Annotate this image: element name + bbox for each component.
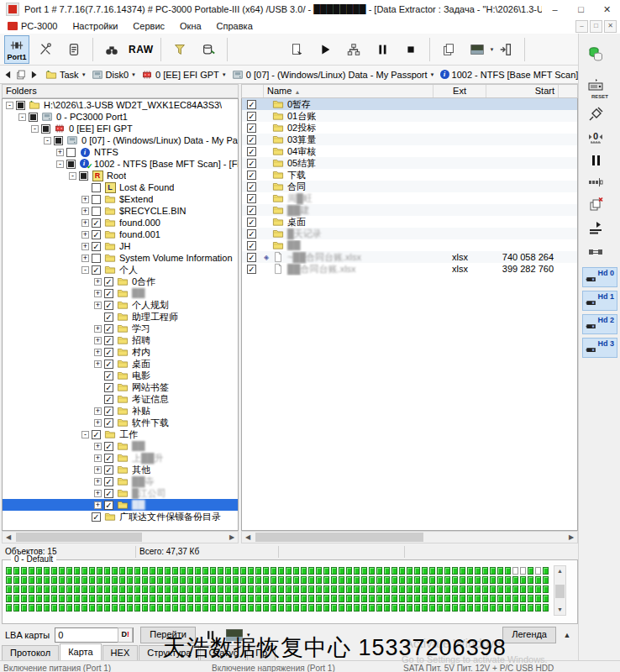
- map-block[interactable]: [59, 604, 65, 612]
- scroll-right-icon[interactable]: ▶: [226, 532, 238, 543]
- map-block[interactable]: [505, 585, 511, 593]
- map-block[interactable]: [429, 585, 435, 593]
- map-block[interactable]: [316, 585, 322, 593]
- tree-item[interactable]: ✓助理工程师: [3, 311, 238, 323]
- map-block[interactable]: [407, 567, 412, 575]
- map-block[interactable]: [119, 567, 125, 575]
- map-block[interactable]: [407, 585, 412, 593]
- filter-button[interactable]: [167, 35, 192, 64]
- map-block[interactable]: [475, 576, 481, 584]
- map-block[interactable]: [127, 576, 133, 584]
- map-block[interactable]: [112, 604, 118, 612]
- map-block[interactable]: [331, 595, 337, 602]
- tree-checkbox[interactable]: [16, 101, 25, 110]
- map-block[interactable]: [460, 585, 465, 593]
- map-block[interactable]: [97, 576, 102, 584]
- map-block[interactable]: [369, 567, 375, 575]
- map-block[interactable]: [460, 604, 465, 612]
- map-block[interactable]: [512, 595, 518, 602]
- map-block[interactable]: [248, 595, 254, 602]
- tree-checkbox[interactable]: ✓: [104, 477, 113, 486]
- map-block[interactable]: [467, 604, 473, 612]
- map-block[interactable]: [13, 595, 19, 602]
- tab-hex[interactable]: HEX: [102, 645, 139, 660]
- map-block[interactable]: [187, 567, 193, 575]
- map-block[interactable]: [263, 604, 269, 612]
- map-block[interactable]: [180, 604, 186, 612]
- map-block[interactable]: [165, 567, 171, 575]
- map-block[interactable]: [467, 567, 473, 575]
- map-block[interactable]: [172, 567, 178, 575]
- pause-button[interactable]: [370, 35, 395, 64]
- map-block[interactable]: [301, 567, 307, 575]
- map-block[interactable]: [150, 604, 155, 612]
- file-checkbox[interactable]: ✓: [247, 229, 256, 239]
- map-block[interactable]: [293, 604, 299, 612]
- map-block[interactable]: [13, 604, 19, 612]
- hd2-button[interactable]: Hd 2: [582, 314, 617, 334]
- column-start[interactable]: Start: [486, 85, 559, 97]
- map-block[interactable]: [520, 576, 526, 584]
- map-vscrollbar[interactable]: ▲ ▼: [554, 565, 566, 616]
- mdi-close-button[interactable]: ✕: [604, 20, 617, 33]
- map-block[interactable]: [36, 604, 42, 612]
- map-block[interactable]: [384, 585, 390, 593]
- tree-item[interactable]: ✓考证信息: [3, 393, 238, 405]
- map-block[interactable]: [339, 567, 344, 575]
- pause-side-button[interactable]: [587, 152, 612, 169]
- tree-expander[interactable]: +: [56, 149, 64, 156]
- map-block[interactable]: [293, 585, 299, 593]
- map-block[interactable]: [437, 585, 443, 593]
- map-block[interactable]: [323, 576, 329, 584]
- tree-expander[interactable]: +: [81, 196, 89, 203]
- file-row[interactable]: ✓04审核: [242, 145, 577, 157]
- tree-checkbox[interactable]: ✓: [104, 348, 113, 357]
- file-checkbox[interactable]: ✓: [247, 265, 256, 274]
- map-block[interactable]: [157, 576, 163, 584]
- map-block[interactable]: [429, 595, 435, 602]
- map-block[interactable]: [271, 576, 276, 584]
- map-block[interactable]: [233, 567, 239, 575]
- map-block[interactable]: [497, 567, 503, 575]
- map-block[interactable]: [278, 567, 284, 575]
- map-block[interactable]: [354, 576, 360, 584]
- map-block[interactable]: [165, 576, 171, 584]
- map-block[interactable]: [142, 595, 148, 602]
- map-block[interactable]: [497, 576, 503, 584]
- map-block[interactable]: [36, 595, 42, 602]
- legend-button[interactable]: Легенда: [502, 627, 556, 643]
- tree-checkbox[interactable]: ✓: [104, 489, 113, 498]
- map-block[interactable]: [97, 595, 102, 602]
- map-block[interactable]: [225, 595, 231, 602]
- map-block[interactable]: [6, 576, 12, 584]
- map-block[interactable]: [278, 595, 284, 602]
- map-block[interactable]: [59, 595, 65, 602]
- tree-expander[interactable]: +: [94, 337, 102, 344]
- tree-expander[interactable]: +: [94, 407, 102, 415]
- breadcrumb-segment-1[interactable]: Disk0▼: [92, 69, 136, 81]
- map-block[interactable]: [543, 576, 549, 584]
- map-block[interactable]: [134, 604, 140, 612]
- tree-expander[interactable]: +: [81, 243, 89, 250]
- map-block[interactable]: [225, 604, 231, 612]
- map-block[interactable]: [21, 585, 27, 593]
- map-block[interactable]: [165, 585, 171, 593]
- map-block[interactable]: [202, 567, 208, 575]
- tree-expander[interactable]: +: [94, 466, 102, 474]
- map-block[interactable]: [505, 567, 511, 575]
- map-block[interactable]: [165, 595, 171, 602]
- map-block[interactable]: [210, 567, 216, 575]
- map-block[interactable]: [44, 567, 50, 575]
- map-block[interactable]: [399, 604, 405, 612]
- file-row[interactable]: ✓◈~██合同台账.xlsxxlsx740 058 264: [242, 251, 577, 263]
- map-block[interactable]: [422, 595, 428, 602]
- tree-checkbox[interactable]: [79, 171, 88, 181]
- map-block[interactable]: [157, 604, 163, 612]
- map-block[interactable]: [119, 595, 125, 602]
- tab-карта[interactable]: Карта: [60, 643, 101, 660]
- map-block[interactable]: [346, 604, 352, 612]
- map-block[interactable]: [202, 576, 208, 584]
- map-block[interactable]: [528, 567, 533, 575]
- map-block[interactable]: [414, 585, 420, 593]
- map-block[interactable]: [195, 604, 201, 612]
